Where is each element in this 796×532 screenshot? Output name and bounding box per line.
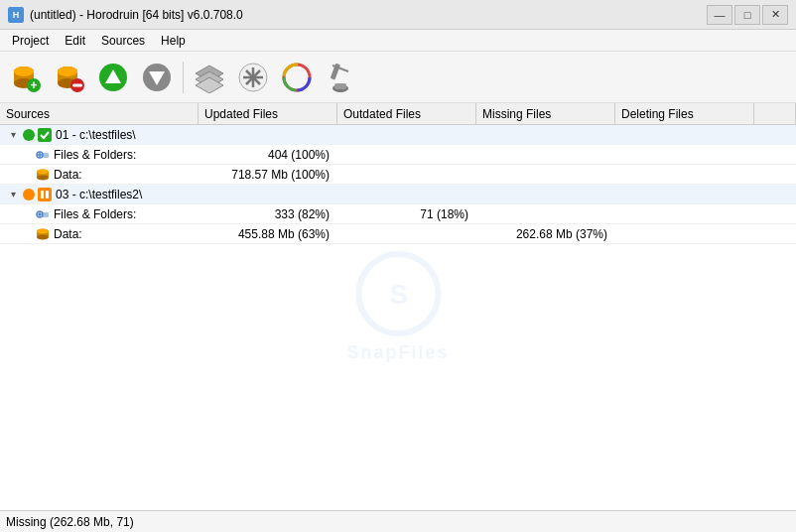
svg-point-42 — [37, 175, 49, 180]
toolbar: + — [0, 52, 796, 103]
source-label-2: 03 - c:\testfiles2\ — [56, 188, 142, 201]
source-missing-1 — [476, 134, 615, 136]
source-deleting-1 — [615, 134, 754, 136]
sync-button[interactable] — [277, 58, 317, 97]
svg-point-34 — [23, 129, 35, 141]
window-controls: — □ ✕ — [707, 5, 788, 25]
child-missing-1b — [476, 174, 615, 176]
main-content: Sources Updated Files Outdated Files Mis… — [0, 103, 796, 510]
child-outdated-1b — [337, 174, 476, 176]
child-updated-2b: 455.88 Mb (63%) — [199, 226, 337, 242]
watermark-logo-icon: S — [353, 249, 443, 338]
remove-source-button[interactable] — [50, 58, 89, 97]
move-up-button[interactable] — [93, 58, 133, 97]
expand-icon-2[interactable]: ▾ — [6, 188, 20, 201]
source-check-icon — [38, 128, 52, 142]
data-icon-2 — [36, 227, 50, 241]
app-icon: H — [8, 7, 24, 23]
svg-point-43 — [37, 169, 49, 174]
source-cell-2: ▾ 03 - c:\testfiles2\ — [0, 187, 199, 202]
child-source-cell-1a: Files & Folders: — [0, 147, 199, 163]
svg-rect-30 — [334, 83, 346, 89]
menu-help[interactable]: Help — [153, 32, 194, 50]
source-outdated-1 — [337, 134, 476, 136]
svg-point-54 — [37, 234, 49, 239]
maximize-button[interactable]: □ — [734, 5, 760, 25]
clean-icon — [325, 62, 356, 93]
source-pause-icon — [38, 188, 52, 201]
child-extra-1b — [754, 174, 796, 176]
child-deleting-2b — [615, 233, 754, 235]
svg-rect-46 — [41, 191, 44, 199]
svg-point-44 — [23, 189, 35, 200]
child-updated-2a: 333 (82%) — [199, 206, 337, 222]
child-outdated-1a — [337, 154, 476, 156]
svg-point-3 — [14, 66, 34, 76]
child-extra-1a — [754, 154, 796, 156]
menu-sources[interactable]: Sources — [93, 32, 153, 50]
data-icon — [36, 168, 50, 182]
status-bar: Missing (262.68 Mb, 71) — [0, 510, 796, 532]
add-source-button[interactable]: + — [6, 58, 46, 97]
child-outdated-2b — [337, 233, 476, 235]
title-bar: H (untitled) - Horodruin [64 bits] v6.0.… — [0, 0, 796, 30]
svg-rect-51 — [43, 212, 49, 217]
source-deleting-2 — [615, 194, 754, 196]
child-extra-2a — [754, 213, 796, 215]
menu-bar: Project Edit Sources Help — [0, 30, 796, 52]
child-updated-1a: 404 (100%) — [199, 147, 337, 163]
table-header: Sources Updated Files Outdated Files Mis… — [0, 103, 796, 125]
expand-icon-1[interactable]: ▾ — [6, 128, 20, 142]
col-header-updated[interactable]: Updated Files — [199, 103, 337, 124]
source-color-dot-green — [22, 128, 36, 142]
table-row: Data: 718.57 Mb (100%) — [0, 165, 796, 185]
child-updated-1b: 718.57 Mb (100%) — [199, 167, 337, 183]
table-row[interactable]: ▾ 01 - c:\testfiles\ — [0, 125, 796, 145]
child-missing-2b: 262.68 Mb (37%) — [476, 226, 615, 242]
svg-text:+: + — [30, 78, 37, 92]
watermark-text: SnapFiles — [346, 342, 449, 363]
col-header-deleting[interactable]: Deleting Files — [615, 103, 754, 124]
source-cell-1: ▾ 01 - c:\testfiles\ — [0, 127, 199, 143]
table-row[interactable]: ▾ 03 - c:\testfiles2\ — [0, 185, 796, 204]
add-source-icon: + — [10, 62, 42, 93]
col-header-missing[interactable]: Missing Files — [476, 103, 615, 124]
svg-rect-45 — [38, 188, 52, 201]
status-text: Missing (262.68 Mb, 71) — [6, 515, 134, 529]
child-deleting-2a — [615, 213, 754, 215]
svg-point-55 — [37, 228, 49, 233]
star-icon — [237, 62, 269, 93]
child-extra-2b — [754, 233, 796, 235]
child-label-1b: Data: — [54, 168, 82, 182]
arrow-down-icon — [141, 62, 173, 93]
svg-rect-35 — [38, 128, 52, 142]
table-row: Files & Folders: 404 (100%) — [0, 145, 796, 165]
clean-button[interactable] — [321, 58, 360, 97]
child-deleting-1b — [615, 174, 754, 176]
layers-icon — [194, 62, 225, 93]
child-missing-2a — [476, 213, 615, 215]
remove-source-icon — [54, 62, 85, 93]
svg-text:S: S — [389, 279, 408, 310]
svg-rect-11 — [72, 83, 82, 86]
svg-rect-47 — [46, 191, 49, 199]
source-updated-2 — [199, 194, 337, 196]
source-missing-2 — [476, 194, 615, 196]
child-outdated-2a: 71 (18%) — [337, 206, 476, 222]
files-folders-icon-2 — [36, 207, 50, 221]
close-button[interactable]: ✕ — [762, 5, 788, 25]
source-outdated-2 — [337, 194, 476, 196]
minimize-button[interactable]: — — [707, 5, 732, 25]
col-header-extra — [754, 103, 796, 124]
col-header-outdated[interactable]: Outdated Files — [337, 103, 476, 124]
menu-edit[interactable]: Edit — [57, 32, 93, 50]
menu-project[interactable]: Project — [4, 32, 57, 50]
layers-button[interactable] — [190, 58, 229, 97]
star-button[interactable] — [233, 58, 273, 97]
move-down-button[interactable] — [137, 58, 177, 97]
svg-point-32 — [358, 254, 438, 333]
child-label-1a: Files & Folders: — [54, 148, 136, 162]
col-header-sources[interactable]: Sources — [0, 103, 199, 124]
child-label-2a: Files & Folders: — [54, 207, 136, 221]
child-deleting-1a — [615, 154, 754, 156]
